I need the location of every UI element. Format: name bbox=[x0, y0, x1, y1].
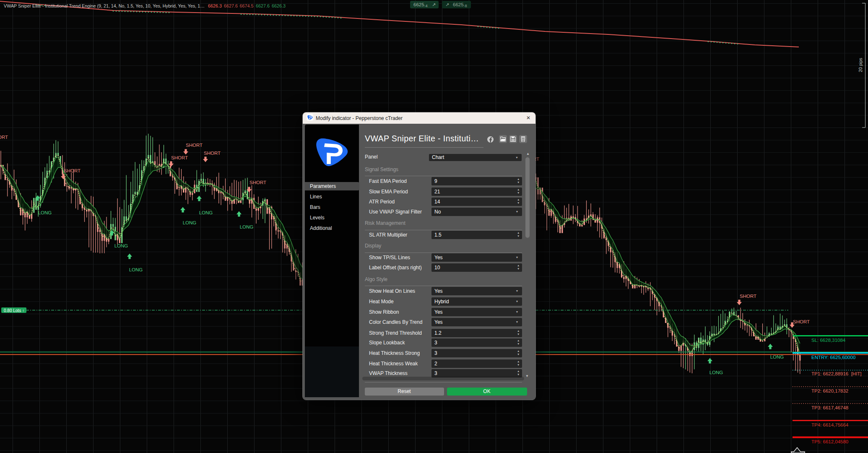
svg-text:LONG: LONG bbox=[240, 224, 254, 229]
svg-text:SL: 6628,31084: SL: 6628,31084 bbox=[811, 338, 846, 343]
svg-text:TP3: 6617,46748: TP3: 6617,46748 bbox=[811, 405, 848, 410]
svg-text:SHORT: SHORT bbox=[186, 143, 203, 148]
svg-text:TP2: 6620,17832: TP2: 6620,17832 bbox=[811, 388, 848, 393]
svg-text:TP5: 6612,04580: TP5: 6612,04580 bbox=[811, 439, 848, 444]
svg-text:LONG: LONG bbox=[199, 210, 213, 215]
svg-text:6627.6: 6627.6 bbox=[256, 3, 270, 8]
svg-text:LONG: LONG bbox=[183, 220, 197, 225]
svg-text:6626.3: 6626.3 bbox=[208, 3, 222, 8]
svg-text:SHORT: SHORT bbox=[0, 135, 8, 140]
svg-text:SHORT: SHORT bbox=[204, 151, 221, 156]
svg-text:SHORT: SHORT bbox=[249, 180, 266, 185]
svg-text:20 pips: 20 pips bbox=[858, 58, 863, 72]
svg-text:LONG: LONG bbox=[114, 243, 128, 248]
svg-text:ENTRY: 6625,60000: ENTRY: 6625,60000 bbox=[811, 355, 855, 360]
svg-text:LONG: LONG bbox=[770, 354, 784, 359]
svg-text:SHORT: SHORT bbox=[793, 319, 810, 324]
svg-text:0.80 Lots ↑: 0.80 Lots ↑ bbox=[4, 308, 24, 313]
svg-text:LONG: LONG bbox=[129, 267, 143, 272]
svg-text:VWAP Sniper Elite - Institutio: VWAP Sniper Elite - Institutional Trend … bbox=[4, 3, 205, 8]
svg-text:SHORT: SHORT bbox=[740, 294, 756, 299]
svg-text:6625.8: 6625.8 bbox=[453, 2, 467, 8]
svg-text:↗: ↗ bbox=[445, 2, 449, 7]
svg-text:TP4: 6614,75664: TP4: 6614,75664 bbox=[811, 422, 849, 427]
svg-text:6627.6: 6627.6 bbox=[224, 3, 238, 8]
svg-text:SHORT: SHORT bbox=[171, 155, 188, 160]
svg-text:LONG: LONG bbox=[709, 370, 723, 375]
svg-text:↗: ↗ bbox=[432, 2, 436, 7]
svg-text:6626.3: 6626.3 bbox=[272, 3, 286, 8]
svg-text:LONG: LONG bbox=[38, 210, 52, 215]
svg-text:6625.4: 6625.4 bbox=[413, 2, 428, 8]
svg-text:6674.5: 6674.5 bbox=[240, 3, 254, 8]
svg-text:TP1: 6622,88916 [HIT]: TP1: 6622,88916 [HIT] bbox=[811, 371, 862, 376]
svg-text:SHORT: SHORT bbox=[64, 168, 81, 173]
